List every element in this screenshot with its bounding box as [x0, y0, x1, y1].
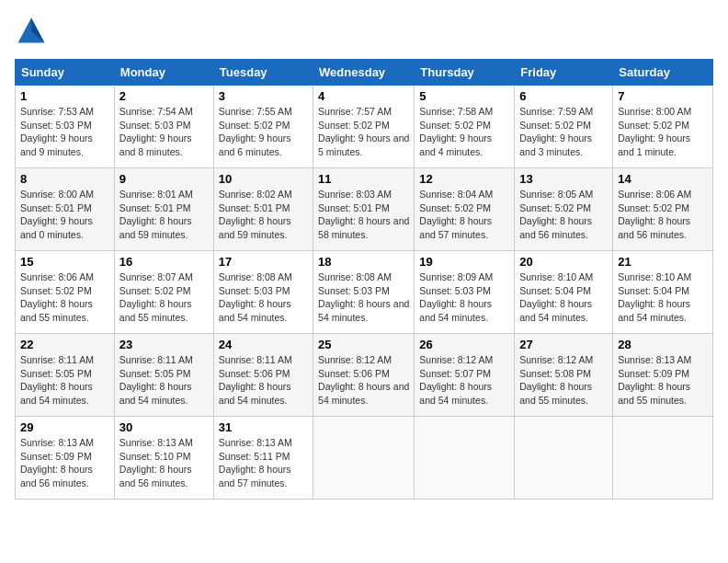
day-number: 22 — [20, 338, 109, 351]
logo — [15, 15, 51, 48]
day-detail: Sunrise: 8:11 AMSunset: 5:05 PMDaylight:… — [119, 354, 193, 406]
day-detail: Sunrise: 8:10 AMSunset: 5:04 PMDaylight:… — [618, 271, 691, 323]
calendar-cell: 19 Sunrise: 8:09 AMSunset: 5:03 PMDaylig… — [415, 251, 515, 334]
day-detail: Sunrise: 8:09 AMSunset: 5:03 PMDaylight:… — [419, 271, 493, 323]
day-header-monday: Monday — [114, 60, 213, 86]
day-number: 15 — [20, 255, 109, 269]
day-number: 10 — [219, 172, 308, 186]
day-number: 1 — [20, 89, 109, 103]
calendar-week-5: 29 Sunrise: 8:13 AMSunset: 5:09 PMDaylig… — [16, 417, 713, 500]
day-detail: Sunrise: 8:00 AMSunset: 5:01 PMDaylight:… — [20, 189, 94, 240]
calendar-cell — [515, 417, 613, 500]
day-detail: Sunrise: 8:01 AMSunset: 5:01 PMDaylight:… — [119, 189, 193, 240]
calendar-cell: 5 Sunrise: 7:58 AMSunset: 5:02 PMDayligh… — [415, 86, 515, 168]
day-number: 13 — [519, 172, 608, 186]
day-header-sunday: Sunday — [16, 60, 115, 86]
calendar-cell: 28 Sunrise: 8:13 AMSunset: 5:09 PMDaylig… — [613, 334, 713, 417]
day-number: 28 — [618, 338, 708, 351]
day-detail: Sunrise: 7:55 AMSunset: 5:02 PMDaylight:… — [219, 106, 292, 157]
calendar-cell: 29 Sunrise: 8:13 AMSunset: 5:09 PMDaylig… — [16, 417, 115, 500]
calendar-cell: 31 Sunrise: 8:13 AMSunset: 5:11 PMDaylig… — [213, 417, 313, 500]
calendar-cell: 20 Sunrise: 8:10 AMSunset: 5:04 PMDaylig… — [515, 251, 613, 334]
day-number: 21 — [618, 255, 708, 269]
calendar-table: SundayMondayTuesdayWednesdayThursdayFrid… — [15, 59, 713, 500]
calendar-cell: 22 Sunrise: 8:11 AMSunset: 5:05 PMDaylig… — [16, 334, 115, 417]
logo-icon — [15, 15, 48, 48]
day-detail: Sunrise: 8:02 AMSunset: 5:01 PMDaylight:… — [219, 189, 292, 240]
day-detail: Sunrise: 8:13 AMSunset: 5:09 PMDaylight:… — [20, 437, 94, 488]
day-number: 18 — [318, 255, 409, 269]
calendar-cell — [613, 417, 713, 500]
day-detail: Sunrise: 8:08 AMSunset: 5:03 PMDaylight:… — [318, 271, 409, 323]
day-detail: Sunrise: 8:10 AMSunset: 5:04 PMDaylight:… — [519, 271, 593, 323]
day-number: 16 — [119, 255, 209, 269]
calendar-cell: 12 Sunrise: 8:04 AMSunset: 5:02 PMDaylig… — [415, 168, 515, 251]
calendar-cell — [415, 417, 515, 500]
day-detail: Sunrise: 8:08 AMSunset: 5:03 PMDaylight:… — [219, 271, 292, 323]
day-number: 20 — [519, 255, 608, 269]
day-number: 2 — [119, 89, 209, 103]
day-header-tuesday: Tuesday — [213, 60, 313, 86]
day-detail: Sunrise: 8:11 AMSunset: 5:06 PMDaylight:… — [219, 354, 292, 406]
calendar-cell: 17 Sunrise: 8:08 AMSunset: 5:03 PMDaylig… — [213, 251, 313, 334]
calendar-cell: 14 Sunrise: 8:06 AMSunset: 5:02 PMDaylig… — [613, 168, 713, 251]
calendar-week-4: 22 Sunrise: 8:11 AMSunset: 5:05 PMDaylig… — [16, 334, 713, 417]
day-detail: Sunrise: 8:04 AMSunset: 5:02 PMDaylight:… — [419, 189, 493, 240]
calendar-cell: 16 Sunrise: 8:07 AMSunset: 5:02 PMDaylig… — [114, 251, 213, 334]
day-number: 17 — [219, 255, 308, 269]
day-header-thursday: Thursday — [415, 60, 515, 86]
calendar-cell: 6 Sunrise: 7:59 AMSunset: 5:02 PMDayligh… — [515, 86, 613, 168]
day-number: 7 — [618, 89, 708, 103]
day-header-saturday: Saturday — [613, 60, 713, 86]
day-detail: Sunrise: 8:06 AMSunset: 5:02 PMDaylight:… — [618, 189, 691, 240]
calendar-cell: 18 Sunrise: 8:08 AMSunset: 5:03 PMDaylig… — [313, 251, 415, 334]
day-number: 24 — [219, 338, 308, 351]
day-number: 26 — [419, 338, 509, 351]
day-number: 31 — [219, 420, 308, 434]
day-detail: Sunrise: 7:59 AMSunset: 5:02 PMDaylight:… — [519, 106, 593, 157]
day-number: 25 — [318, 338, 409, 351]
day-detail: Sunrise: 8:05 AMSunset: 5:02 PMDaylight:… — [519, 189, 593, 240]
calendar-week-2: 8 Sunrise: 8:00 AMSunset: 5:01 PMDayligh… — [16, 168, 713, 251]
day-number: 14 — [618, 172, 708, 186]
day-detail: Sunrise: 8:07 AMSunset: 5:02 PMDaylight:… — [119, 271, 193, 323]
day-number: 9 — [119, 172, 209, 186]
day-number: 30 — [119, 420, 209, 434]
day-number: 5 — [419, 89, 509, 103]
day-detail: Sunrise: 8:13 AMSunset: 5:10 PMDaylight:… — [119, 437, 193, 488]
calendar-cell: 2 Sunrise: 7:54 AMSunset: 5:03 PMDayligh… — [114, 86, 213, 168]
calendar-cell — [313, 417, 415, 500]
calendar-week-3: 15 Sunrise: 8:06 AMSunset: 5:02 PMDaylig… — [16, 251, 713, 334]
day-number: 11 — [318, 172, 409, 186]
day-detail: Sunrise: 8:06 AMSunset: 5:02 PMDaylight:… — [20, 271, 94, 323]
calendar-cell: 23 Sunrise: 8:11 AMSunset: 5:05 PMDaylig… — [114, 334, 213, 417]
day-detail: Sunrise: 7:53 AMSunset: 5:03 PMDaylight:… — [20, 106, 94, 157]
calendar-cell: 10 Sunrise: 8:02 AMSunset: 5:01 PMDaylig… — [213, 168, 313, 251]
calendar-cell: 1 Sunrise: 7:53 AMSunset: 5:03 PMDayligh… — [16, 86, 115, 168]
calendar-cell: 13 Sunrise: 8:05 AMSunset: 5:02 PMDaylig… — [515, 168, 613, 251]
day-number: 12 — [419, 172, 509, 186]
day-detail: Sunrise: 8:12 AMSunset: 5:08 PMDaylight:… — [519, 354, 593, 406]
calendar-cell: 27 Sunrise: 8:12 AMSunset: 5:08 PMDaylig… — [515, 334, 613, 417]
calendar-cell: 25 Sunrise: 8:12 AMSunset: 5:06 PMDaylig… — [313, 334, 415, 417]
calendar-week-1: 1 Sunrise: 7:53 AMSunset: 5:03 PMDayligh… — [16, 86, 713, 168]
calendar-cell: 26 Sunrise: 8:12 AMSunset: 5:07 PMDaylig… — [415, 334, 515, 417]
day-number: 19 — [419, 255, 509, 269]
day-number: 6 — [519, 89, 608, 103]
calendar-cell: 8 Sunrise: 8:00 AMSunset: 5:01 PMDayligh… — [16, 168, 115, 251]
day-number: 4 — [318, 89, 409, 103]
calendar-cell: 3 Sunrise: 7:55 AMSunset: 5:02 PMDayligh… — [213, 86, 313, 168]
calendar-cell: 24 Sunrise: 8:11 AMSunset: 5:06 PMDaylig… — [213, 334, 313, 417]
day-detail: Sunrise: 7:57 AMSunset: 5:02 PMDaylight:… — [318, 106, 409, 157]
day-detail: Sunrise: 8:03 AMSunset: 5:01 PMDaylight:… — [318, 189, 409, 240]
day-detail: Sunrise: 8:13 AMSunset: 5:11 PMDaylight:… — [219, 437, 292, 488]
day-number: 3 — [219, 89, 308, 103]
page-header — [15, 15, 713, 48]
calendar-cell: 7 Sunrise: 8:00 AMSunset: 5:02 PMDayligh… — [613, 86, 713, 168]
day-detail: Sunrise: 8:11 AMSunset: 5:05 PMDaylight:… — [20, 354, 94, 406]
day-detail: Sunrise: 7:58 AMSunset: 5:02 PMDaylight:… — [419, 106, 493, 157]
day-number: 27 — [519, 338, 608, 351]
calendar-cell: 30 Sunrise: 8:13 AMSunset: 5:10 PMDaylig… — [114, 417, 213, 500]
day-detail: Sunrise: 8:13 AMSunset: 5:09 PMDaylight:… — [618, 354, 691, 406]
calendar-cell: 21 Sunrise: 8:10 AMSunset: 5:04 PMDaylig… — [613, 251, 713, 334]
